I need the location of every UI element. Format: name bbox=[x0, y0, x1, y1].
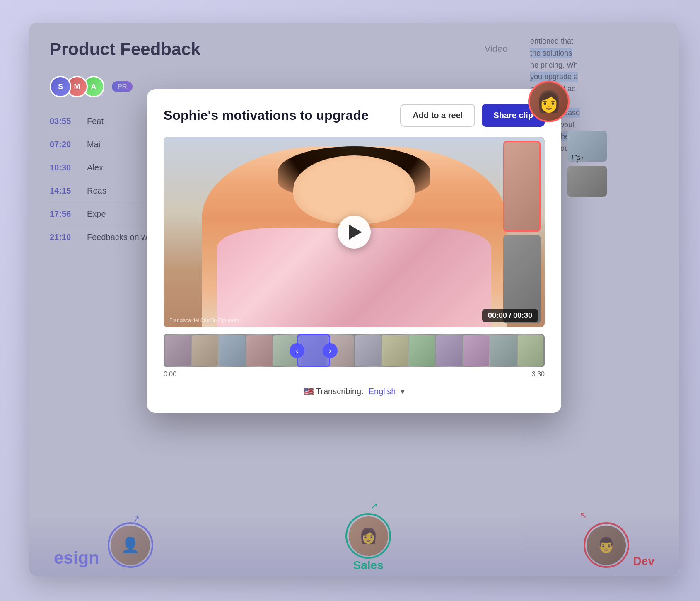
frame-8 bbox=[355, 335, 381, 366]
participant-avatars: S M A bbox=[50, 76, 99, 97]
modal-overlay: 👩 Sophie's motivations to upgrade Add to… bbox=[29, 23, 679, 576]
frame-11 bbox=[436, 335, 462, 366]
timeline-prev-button[interactable]: ‹ bbox=[290, 343, 304, 358]
modal-title: Sophie's motivations to upgrade bbox=[164, 108, 369, 123]
transcribing-bar: 🇺🇸 Transcribing: English ▾ bbox=[164, 386, 545, 396]
side-thumb-1 bbox=[503, 141, 541, 232]
right-thumb-1 bbox=[567, 131, 607, 162]
frame-10 bbox=[409, 335, 435, 366]
transcribing-label: 🇺🇸 Transcribing: bbox=[304, 386, 364, 396]
modal-actions: Add to a reel Share clip bbox=[400, 104, 545, 127]
modal-header: Sophie's motivations to upgrade Add to a… bbox=[164, 104, 545, 127]
floating-avatar: 👩 bbox=[528, 81, 570, 122]
frame-1 bbox=[165, 335, 191, 366]
filmstrip-frames bbox=[164, 334, 545, 367]
timeline-wrapper: ‹ › bbox=[164, 334, 545, 367]
timeline-filmstrip[interactable] bbox=[164, 334, 545, 367]
video-watermark: Francisca del Castillo Figuereto bbox=[169, 317, 239, 323]
play-button[interactable] bbox=[338, 216, 371, 249]
avatar-1: S bbox=[50, 76, 71, 97]
transcribing-dropdown-arrow[interactable]: ▾ bbox=[401, 386, 405, 396]
video-timestamp: 00:00 / 00:30 bbox=[482, 309, 538, 322]
frame-4 bbox=[246, 335, 273, 366]
clip-modal: 👩 Sophie's motivations to upgrade Add to… bbox=[147, 89, 561, 413]
video-face bbox=[293, 155, 415, 224]
right-thumb-2 bbox=[567, 166, 607, 197]
timeline-next-button[interactable]: › bbox=[323, 343, 338, 358]
frame-14 bbox=[518, 335, 544, 366]
timeline-start: 0:00 bbox=[164, 371, 176, 378]
timeline-times: 0:00 3:30 bbox=[164, 371, 545, 378]
timeline-container: ‹ › 0:00 3:30 bbox=[164, 334, 545, 378]
add-to-reel-button[interactable]: Add to a reel bbox=[400, 104, 475, 127]
transcribing-language[interactable]: English bbox=[369, 387, 396, 396]
right-thumbs bbox=[567, 131, 607, 197]
frame-2 bbox=[192, 335, 218, 366]
frame-3 bbox=[219, 335, 245, 366]
app-window: N Product Feedback Video Transcript Note… bbox=[29, 23, 679, 576]
video-side-thumbs bbox=[503, 141, 541, 323]
play-icon bbox=[349, 225, 362, 240]
app-background: N Product Feedback Video Transcript Note… bbox=[0, 0, 700, 601]
frame-9 bbox=[382, 335, 408, 366]
frame-12 bbox=[463, 335, 490, 366]
frame-13 bbox=[490, 335, 517, 366]
timeline-end: 3:30 bbox=[532, 371, 545, 378]
video-player[interactable]: 00:00 / 00:30 Francisca del Castillo Fig… bbox=[164, 137, 545, 327]
